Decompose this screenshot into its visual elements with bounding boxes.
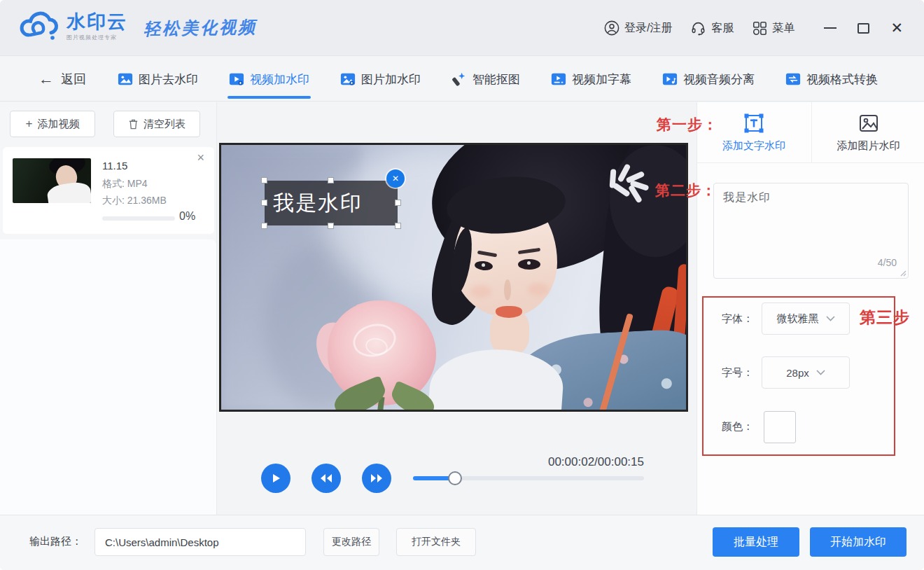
- resize-handle-top-middle[interactable]: [328, 177, 334, 183]
- time-display: 00:00:02/00:00:15: [490, 455, 644, 469]
- resize-handle-top-left[interactable]: [261, 177, 267, 183]
- brand-subtitle: 图片视频处理专家: [66, 34, 127, 41]
- brand-tagline: 轻松美化视频: [144, 16, 258, 41]
- format-convert-icon: [785, 71, 801, 87]
- rewind-icon: [319, 473, 333, 483]
- chevron-down-icon: [816, 370, 825, 375]
- change-path-button[interactable]: 更改路径: [323, 528, 379, 556]
- fast-forward-icon: [370, 473, 384, 483]
- add-text-watermark-tab[interactable]: 添加文字水印: [697, 102, 811, 163]
- tab-video-audio-split[interactable]: 视频音频分离: [662, 57, 755, 102]
- font-size-label: 字号：: [722, 366, 753, 380]
- text-watermark-icon: [743, 112, 765, 134]
- resize-handle-middle-right[interactable]: [395, 200, 401, 206]
- app-window: 水印云 图片视频处理专家 轻松美化视频 登录/注册: [0, 0, 924, 570]
- tab-video-format-convert[interactable]: 视频格式转换: [785, 57, 878, 102]
- tab-image-add-watermark[interactable]: 图片加水印: [340, 57, 421, 102]
- close-button[interactable]: ✕: [890, 21, 903, 35]
- chevron-down-icon: [826, 316, 835, 321]
- customer-service-button[interactable]: 客服: [690, 20, 734, 36]
- magic-wand-icon: [451, 71, 467, 87]
- video-item-size: 大小: 21.36MB: [102, 195, 167, 207]
- video-item-name: 11.15: [102, 160, 127, 172]
- open-folder-button[interactable]: 打开文件夹: [396, 528, 476, 556]
- watermark-text-value: 我是水印: [723, 190, 771, 205]
- tab-video-add-subtitle[interactable]: 视频加字幕: [551, 57, 631, 102]
- font-family-label: 字体：: [722, 312, 753, 326]
- tab-image-remove-watermark[interactable]: 图片去水印: [118, 57, 198, 102]
- watermark-settings-panel: 添加文字水印 添加图片水印 我是水印 4/50 字体： 微软雅黑: [696, 102, 924, 515]
- title-bar: 水印云 图片视频处理专家 轻松美化视频 登录/注册: [0, 0, 924, 56]
- resize-handle-bottom-right[interactable]: [395, 223, 401, 229]
- font-family-select[interactable]: 微软雅黑: [762, 303, 850, 335]
- font-size-select[interactable]: 28px: [762, 356, 850, 389]
- progress-slider[interactable]: [413, 476, 644, 480]
- back-button[interactable]: ← 返回: [38, 57, 86, 102]
- trash-icon: [128, 118, 139, 130]
- clear-list-button[interactable]: 清空列表: [113, 111, 200, 137]
- tab-smart-cutout[interactable]: 智能抠图: [451, 57, 520, 102]
- menu-button[interactable]: 菜单: [752, 20, 794, 36]
- maximize-icon: [858, 23, 869, 34]
- minimize-icon: [824, 27, 836, 29]
- maximize-button[interactable]: [858, 23, 869, 34]
- watermark-overlay-text: 我是水印: [273, 189, 363, 218]
- resize-handle-bottom-middle[interactable]: [328, 223, 334, 229]
- output-path-label: 输出路径：: [29, 535, 82, 548]
- video-icon: [229, 71, 244, 87]
- video-item-progress-bar: [102, 216, 175, 221]
- grid-menu-icon: [752, 20, 767, 36]
- minimize-button[interactable]: [824, 27, 836, 29]
- video-subtitle-icon: [551, 71, 566, 87]
- start-watermark-button[interactable]: 开始加水印: [810, 527, 906, 557]
- video-list-empty-area: [0, 239, 216, 515]
- login-register-button[interactable]: 登录/注册: [604, 20, 672, 36]
- output-bar: 输出路径： 更改路径 打开文件夹 批量处理 开始加水印: [0, 515, 924, 570]
- back-label: 返回: [61, 71, 86, 88]
- fast-forward-button[interactable]: [362, 464, 391, 493]
- watermark-text-input[interactable]: 我是水印 4/50: [713, 183, 909, 279]
- video-list-item[interactable]: 11.15 格式: MP4 大小: 21.36MB 0% ×: [3, 147, 214, 234]
- resize-handle-middle-left[interactable]: [261, 200, 267, 206]
- video-audio-icon: [662, 71, 678, 87]
- plus-icon: +: [26, 117, 33, 131]
- remove-video-button[interactable]: ×: [197, 151, 204, 164]
- add-image-watermark-tab[interactable]: 添加图片水印: [811, 102, 924, 163]
- watermark-overlay-box[interactable]: 我是水印 ✕: [265, 181, 398, 225]
- brand-name: 水印云: [66, 11, 127, 32]
- output-path-input[interactable]: [94, 528, 306, 556]
- feature-tab-bar: ← 返回 图片去水印 视频加水印: [0, 57, 924, 102]
- video-item-progress-value: 0%: [179, 210, 195, 223]
- headset-icon: [690, 20, 706, 36]
- back-arrow-icon: ←: [38, 72, 54, 86]
- play-icon: [270, 472, 282, 485]
- cloud-logo-icon: [18, 8, 61, 43]
- rewind-button[interactable]: [312, 464, 341, 493]
- login-register-label: 登录/注册: [624, 21, 672, 36]
- resize-grip-icon: [898, 268, 906, 277]
- add-video-button[interactable]: + 添加视频: [10, 111, 95, 137]
- video-list-sidebar: + 添加视频 清空列表 11.15 格式: MP4 大小: 21.36MB 0%…: [0, 102, 217, 515]
- play-button[interactable]: [261, 464, 290, 493]
- app-logo: 水印云 图片视频处理专家: [18, 8, 127, 43]
- video-item-format: 格式: MP4: [102, 178, 148, 190]
- video-preview: 我是水印 ✕: [219, 143, 688, 412]
- font-color-label: 颜色：: [722, 420, 753, 433]
- menu-label: 菜单: [772, 21, 794, 36]
- customer-service-label: 客服: [711, 21, 734, 36]
- resize-handle-bottom-left[interactable]: [261, 223, 267, 229]
- progress-slider-thumb[interactable]: [448, 471, 462, 485]
- video-thumbnail: [13, 158, 91, 203]
- delete-watermark-button[interactable]: ✕: [386, 169, 405, 188]
- tab-video-add-watermark[interactable]: 视频加水印: [229, 57, 309, 102]
- font-color-swatch[interactable]: [764, 411, 796, 443]
- user-icon: [604, 20, 620, 36]
- image-watermark-icon: [858, 112, 880, 134]
- batch-process-button[interactable]: 批量处理: [713, 527, 799, 557]
- char-counter: 4/50: [878, 257, 897, 268]
- image-icon: [340, 71, 356, 87]
- hairpin-art: [595, 163, 662, 205]
- image-icon: [118, 71, 133, 87]
- titlebar-actions: 登录/注册 客服 菜单: [604, 0, 903, 56]
